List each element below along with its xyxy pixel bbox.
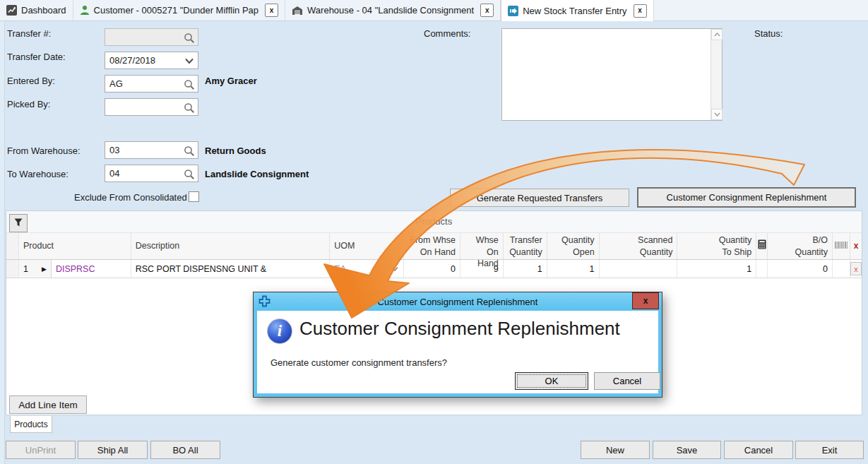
close-icon[interactable]: x [632,292,659,309]
grid-caption-bar: Products [6,211,862,233]
ship-all-button[interactable]: Ship All [78,441,148,459]
header-bo-quantity[interactable]: B/O Quantity [768,233,833,259]
search-icon[interactable] [183,168,195,180]
header-barcode[interactable] [833,233,850,259]
cell-value: 1 [537,264,542,274]
cancel-button[interactable]: Cancel [724,441,793,459]
save-button[interactable]: Save [653,441,721,459]
search-icon[interactable] [183,102,195,114]
stock-transfer-icon [508,6,518,16]
exclude-from-consolidated-label: Exclude From Consolidated [74,192,187,203]
search-icon[interactable] [183,78,195,90]
barcode-cell [833,260,850,278]
cell-value: 0 [823,264,828,274]
row-number: 1 [23,264,28,274]
header-from-whse-on-hand[interactable]: From Whse On Hand [404,233,460,259]
header-label: Open [573,246,595,258]
tab-dashboard[interactable]: Dashboard [0,0,73,20]
add-line-item-button[interactable]: Add Line Item [9,395,87,414]
tab-label: New Stock Transfer Entry [523,6,626,16]
header-label: From Whse [410,234,456,246]
picked-by-field[interactable] [105,98,198,116]
close-icon[interactable]: x [634,4,647,18]
product-cell[interactable]: DISPRSC [52,260,131,278]
comments-scrollbar[interactable] [711,29,722,120]
from-warehouse-field[interactable]: 03 [105,141,198,159]
header-calculator[interactable] [756,233,768,259]
row-number-cell[interactable]: 1 ▶ [19,260,52,278]
cell-value: 1 [747,264,751,274]
comments-textarea[interactable] [501,28,723,121]
to-warehouse-value: 04 [109,168,119,179]
header-transfer-quantity[interactable]: Transfer Quantity [504,233,547,259]
picked-by-label: Picked By: [7,99,50,109]
transfer-date-value: 08/27/2018 [109,55,155,66]
header-to-whse-on-hand[interactable]: To Whse On Hand [460,233,504,259]
cell-value: 9 [494,264,499,274]
chevron-down-icon[interactable] [183,55,195,67]
exit-button[interactable]: Exit [795,441,864,459]
tab-warehouse[interactable]: Warehouse - 04 "Landslide Consignment x [285,0,501,20]
to-whse-on-hand-cell[interactable]: 9 [460,260,504,278]
cancel-button[interactable]: Cancel [594,372,660,390]
tab-label: Warehouse - 04 "Landslide Consignment [307,5,474,16]
header-label: UOM [334,240,399,251]
delete-row-button[interactable]: x [850,262,862,275]
transfer-number-field[interactable] [105,28,198,46]
quantity-open-cell[interactable]: 1 [547,260,600,278]
transfer-number-label: Transfer #: [7,28,51,39]
header-label: Quantity [795,246,828,258]
search-icon[interactable] [183,32,195,44]
barcode-icon [835,240,848,251]
header-delete-column[interactable]: x [850,233,862,259]
table-row: 1 ▶ DISPRSC RSC PORT DISPENSNG UNIT & EA… [6,260,862,278]
header-label: x [854,241,859,252]
scroll-down-icon[interactable] [711,109,723,120]
header-quantity-open[interactable]: Quantity Open [547,233,600,259]
generate-requested-transfers-button[interactable]: Generate Requested Transfers [450,189,629,207]
close-icon[interactable]: x [480,4,494,17]
scanned-quantity-cell[interactable] [600,260,678,278]
tab-products-bottom[interactable]: Products [10,416,52,433]
comments-label: Comments: [424,28,470,39]
transfer-date-field[interactable]: 08/27/2018 [105,52,198,69]
cell-value: 1 [590,264,595,274]
ok-button[interactable]: OK [515,372,588,390]
uom-value: EA [334,264,346,274]
header-uom[interactable]: UOM [330,233,404,259]
header-label: Product [23,240,126,251]
exclude-from-consolidated-checkbox[interactable] [189,191,199,202]
close-icon[interactable]: x [265,4,278,17]
chevron-down-icon[interactable] [391,264,399,274]
from-whse-on-hand-cell[interactable]: 0 [404,260,460,278]
uom-cell[interactable]: EA [330,260,404,278]
header-label: Quantity [561,234,595,246]
to-warehouse-field[interactable]: 04 [105,165,198,182]
header-description[interactable]: Description [131,233,330,259]
header-quantity-to-ship[interactable]: Quantity To Ship [677,233,756,259]
transfer-quantity-cell[interactable]: 1 [504,260,547,278]
header-label: To Ship [723,246,752,258]
tab-label: Customer - 0005271 "Dunder Mifflin Pap [94,5,258,16]
bo-all-button[interactable]: BO All [150,441,220,459]
customer-consignment-replenishment-button[interactable]: Customer Consignment Replenishment [637,187,856,208]
dialog-message: Generate customer consignment transfers? [270,357,447,368]
header-label: Quantity [640,246,673,258]
entered-by-field[interactable]: AG [105,75,198,93]
product-code-link[interactable]: DISPRSC [56,264,95,274]
header-scanned-quantity[interactable]: Scanned Quantity [600,233,678,259]
header-product[interactable]: Product [19,233,131,259]
header-label: Quantity [719,234,752,246]
new-button[interactable]: New [581,441,650,459]
unprint-button[interactable]: UnPrint [6,441,76,459]
search-icon[interactable] [183,145,195,157]
customer-consignment-replenishment-dialog: Customer Consignment Replenishment x i C… [253,292,662,398]
header-label: Transfer [510,234,542,246]
bo-quantity-cell[interactable]: 0 [768,260,833,278]
entered-by-value: AG [109,78,123,89]
quantity-to-ship-cell[interactable]: 1 [677,260,756,278]
tab-label: Dashboard [21,5,66,16]
tab-new-stock-transfer-entry[interactable]: New Stock Transfer Entry x [501,0,653,21]
tab-customer[interactable]: Customer - 0005271 "Dunder Mifflin Pap x [73,0,285,20]
scroll-up-icon[interactable] [711,29,723,40]
